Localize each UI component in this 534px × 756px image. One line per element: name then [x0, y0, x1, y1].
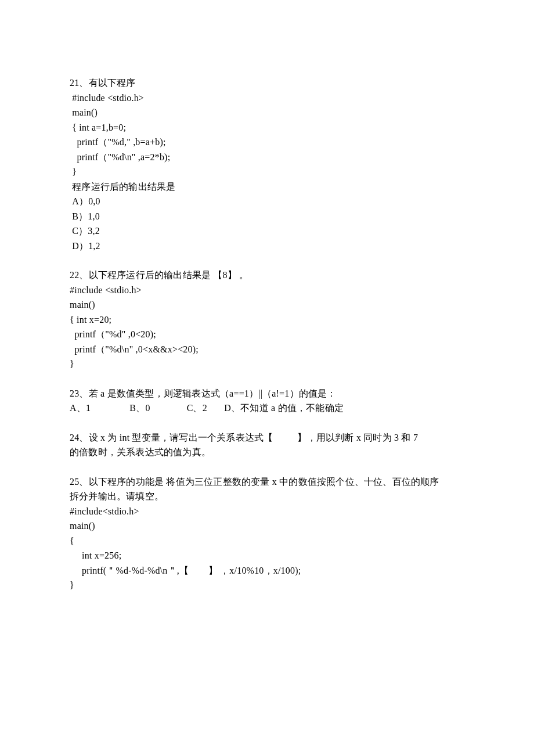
q23-stem: 23、若 a 是数值类型，则逻辑表达式（a==1）||（a!=1）的值是： — [70, 386, 464, 401]
q21-stem-line1: 21、有以下程序 — [70, 75, 464, 91]
q22-code-line: printf（"%d" ,0<20); — [70, 327, 464, 342]
q22-code-line: printf（"%d\n" ,0<x&&x><20); — [70, 342, 464, 357]
q25-code-line: #include<stdio.h> — [70, 504, 464, 519]
q25-code-line: } — [70, 578, 464, 593]
q21-option-c: C）3,2 — [70, 224, 464, 239]
q25-code-line: int x=256; — [70, 548, 464, 563]
q24-line2: 的倍数时，关系表达式的值为真。 — [70, 445, 464, 460]
q21-code-line: printf（"%d\n" ,a=2*b); — [70, 150, 464, 165]
q21-prompt: 程序运行后的输出结果是 — [70, 179, 464, 195]
section-gap — [70, 460, 464, 474]
q21-code-line: { int a=1,b=0; — [70, 120, 464, 135]
q22-code-line: main() — [70, 297, 464, 312]
q25-code-line: { — [70, 534, 464, 549]
q21-code-line: printf（"%d," ,b=a+b); — [70, 135, 464, 150]
section-gap — [70, 372, 464, 386]
q22-code-line: { int x=20; — [70, 312, 464, 327]
q22-code-line: } — [70, 357, 464, 372]
document-page: 21、有以下程序 #include <stdio.h> main() { int… — [0, 0, 534, 756]
q25-stem-line1: 25、以下程序的功能是 将值为三位正整数的变量 x 中的数值按照个位、十位、百位… — [70, 474, 464, 489]
section-gap — [70, 416, 464, 430]
q21-option-b: B）1,0 — [70, 209, 464, 224]
q21-code-line: #include <stdio.h> — [70, 91, 464, 106]
q21-code-line: } — [70, 164, 464, 179]
q21-option-a: A）0,0 — [70, 194, 464, 209]
q24-line1: 24、设 x 为 int 型变量，请写出一个关系表达式【 】，用以判断 x 同时… — [70, 430, 464, 445]
q25-stem-line2: 拆分并输出。请填空。 — [70, 489, 464, 504]
q21-code-line: main() — [70, 105, 464, 120]
section-gap — [70, 253, 464, 268]
q23-options: A、1 B、0 C、2 D、不知道 a 的值，不能确定 — [70, 401, 464, 416]
q21-option-d: D）1,2 — [70, 239, 464, 254]
q22-stem-line1: 22、以下程序运行后的输出结果是 【8】 。 — [70, 268, 464, 283]
q22-code-line: #include <stdio.h> — [70, 283, 464, 298]
q25-code-line: main() — [70, 519, 464, 534]
q25-code-line: printf(＂%d-%d-%d\n＂,【 】 ，x/10%10，x/100); — [70, 563, 464, 578]
